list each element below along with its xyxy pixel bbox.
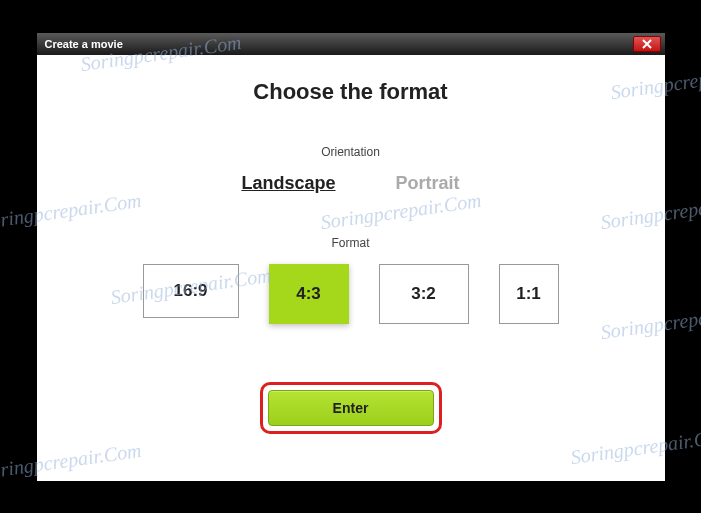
- orientation-portrait[interactable]: Portrait: [396, 173, 460, 194]
- enter-button[interactable]: Enter: [268, 390, 434, 426]
- orientation-landscape[interactable]: Landscape: [241, 173, 335, 194]
- format-16-9[interactable]: 16:9: [143, 264, 239, 318]
- enter-highlight-frame: Enter: [260, 382, 442, 434]
- format-options: 16:9 4:3 3:2 1:1: [37, 264, 665, 324]
- dialog: Create a movie Choose the format Orienta…: [37, 33, 665, 481]
- page-title: Choose the format: [37, 79, 665, 105]
- titlebar: Create a movie: [37, 33, 665, 55]
- orientation-label: Orientation: [37, 145, 665, 159]
- close-icon: [642, 39, 652, 49]
- format-1-1[interactable]: 1:1: [499, 264, 559, 324]
- format-3-2[interactable]: 3:2: [379, 264, 469, 324]
- close-button[interactable]: [633, 36, 661, 52]
- window-title: Create a movie: [45, 38, 123, 50]
- dialog-content: Choose the format Orientation Landscape …: [37, 55, 665, 434]
- format-4-3[interactable]: 4:3: [269, 264, 349, 324]
- orientation-options: Landscape Portrait: [37, 173, 665, 194]
- format-label: Format: [37, 236, 665, 250]
